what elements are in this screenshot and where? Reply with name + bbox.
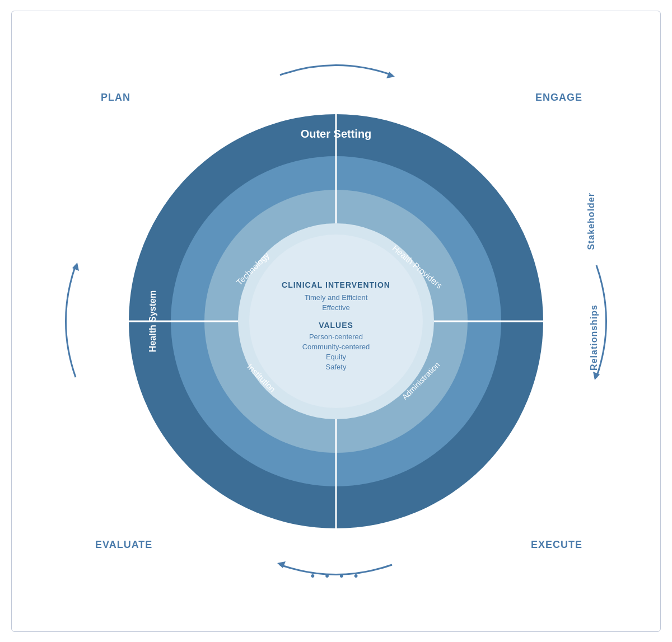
effective-text: Effective — [322, 303, 350, 312]
svg-marker-14 — [277, 561, 286, 568]
timely-efficient-text: Timely and Efficient — [305, 293, 368, 302]
community-centered-text: Community-centered — [302, 343, 370, 351]
svg-marker-16 — [593, 372, 600, 380]
engage-label: ENGAGE — [535, 92, 582, 104]
main-container: Outer Setting Technology Health Provider… — [11, 11, 661, 632]
diagram-wrapper: Outer Setting Technology Health Provider… — [84, 69, 588, 573]
svg-marker-15 — [72, 263, 79, 271]
equity-text: Equity — [326, 353, 347, 361]
stakeholder-label: Stakeholder — [586, 193, 596, 250]
diagram-svg: Outer Setting Technology Health Provider… — [112, 97, 560, 545]
relationships-label: Relationships — [589, 304, 599, 371]
left-arrow — [53, 260, 87, 383]
clinical-intervention-title: CLINICAL INTERVENTION — [282, 280, 390, 289]
safety-text: Safety — [326, 363, 347, 371]
person-centered-text: Person-centered — [309, 332, 363, 341]
health-system-label: Health System — [148, 290, 157, 352]
execute-label: EXECUTE — [531, 539, 582, 551]
outer-setting-label: Outer Setting — [301, 128, 372, 140]
values-title: VALUES — [319, 321, 353, 330]
plan-label: PLAN — [101, 92, 130, 104]
top-arrow — [274, 53, 398, 86]
bottom-dots: • • • • — [310, 569, 361, 583]
svg-marker-13 — [386, 72, 395, 78]
evaluate-label: EVALUATE — [95, 539, 152, 551]
